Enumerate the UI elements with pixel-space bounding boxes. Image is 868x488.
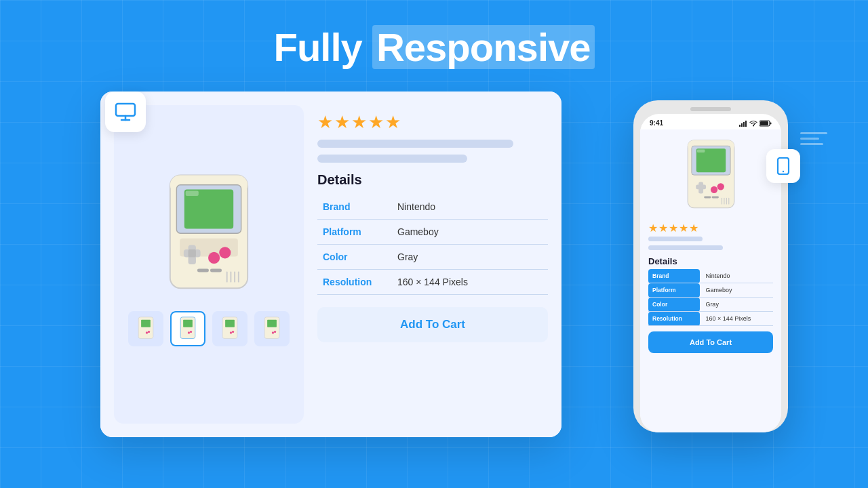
thumb-3[interactable] <box>212 311 248 346</box>
label-color: Color <box>317 245 392 270</box>
phone-value-color: Gray <box>700 298 773 312</box>
battery-icon <box>760 120 772 127</box>
thumbnail-row <box>128 311 290 346</box>
svg-rect-14 <box>197 269 209 272</box>
svg-rect-15 <box>210 269 222 272</box>
details-table: Brand Nintendo Platform Gameboy Color Gr… <box>317 195 548 295</box>
deco-line-3 <box>800 143 823 145</box>
page-title: Fully Responsive <box>0 0 868 70</box>
svg-rect-33 <box>267 320 277 327</box>
smartphone-icon <box>774 157 792 175</box>
svg-rect-53 <box>704 197 711 199</box>
svg-rect-25 <box>183 320 193 327</box>
label-brand: Brand <box>317 195 392 220</box>
table-row: Brand Nintendo <box>648 269 773 283</box>
add-to-cart-button-desktop[interactable]: Add To Cart <box>317 307 548 342</box>
phone-content: ★★★★★ Details Brand Nintendo Platform Ga… <box>640 129 781 432</box>
value-resolution: 160 × 144 Pixels <box>392 270 548 295</box>
svg-point-52 <box>710 186 717 193</box>
label-resolution: Resolution <box>317 270 392 295</box>
svg-rect-37 <box>741 123 743 127</box>
desktop-content: ★★★★★ Details Brand Nintendo Platform Ga… <box>100 92 561 437</box>
svg-point-12 <box>219 247 231 258</box>
phone-skeleton-1 <box>648 237 703 241</box>
svg-rect-7 <box>186 190 199 196</box>
svg-rect-21 <box>141 320 151 327</box>
phone-icon-badge <box>766 149 800 183</box>
value-platform: Gameboy <box>392 220 548 245</box>
svg-point-27 <box>188 331 190 333</box>
thumb-1[interactable] <box>128 311 163 346</box>
value-color: Gray <box>392 245 548 270</box>
svg-point-51 <box>717 183 724 190</box>
table-row: Platform Gameboy <box>648 283 773 298</box>
phone-label-brand: Brand <box>648 269 700 283</box>
phone-value-platform: Gameboy <box>700 283 773 298</box>
svg-point-31 <box>230 331 232 333</box>
svg-rect-48 <box>696 149 704 152</box>
svg-point-22 <box>148 331 150 333</box>
phone-label-resolution: Resolution <box>648 312 700 326</box>
phone-screen: 9:41 <box>640 114 781 432</box>
product-details-panel: ★★★★★ Details Brand Nintendo Platform Ga… <box>317 105 548 424</box>
monitor-icon <box>115 101 136 123</box>
title-highlight: Responsive <box>372 25 595 69</box>
svg-rect-42 <box>760 121 768 125</box>
svg-point-40 <box>753 125 754 126</box>
thumb-4[interactable] <box>254 311 290 346</box>
product-image-panel <box>114 105 304 424</box>
svg-rect-0 <box>116 104 135 116</box>
svg-point-34 <box>274 331 276 333</box>
signal-icon <box>739 120 747 127</box>
phone-status-bar: 9:41 <box>640 114 781 129</box>
wifi-icon <box>749 120 757 127</box>
add-to-cart-button-phone[interactable]: Add To Cart <box>648 331 773 353</box>
svg-rect-43 <box>770 122 772 124</box>
label-platform: Platform <box>317 220 392 245</box>
svg-rect-54 <box>711 197 718 199</box>
phone-label-color: Color <box>648 298 700 312</box>
skeleton-title <box>317 140 513 148</box>
desktop-mockup: ★★★★★ Details Brand Nintendo Platform Ga… <box>100 92 561 437</box>
phone-notch <box>690 107 731 111</box>
phone-label-platform: Platform <box>648 283 700 298</box>
thumb-2[interactable] <box>170 311 205 346</box>
phone-details-table: Brand Nintendo Platform Gameboy Color Gr… <box>648 269 773 326</box>
table-row: Color Gray <box>317 245 548 270</box>
svg-rect-38 <box>743 122 745 127</box>
svg-point-60 <box>783 171 784 172</box>
svg-rect-50 <box>696 184 706 189</box>
svg-point-35 <box>272 331 274 333</box>
table-row: Resolution 160 × 144 Pixels <box>317 270 548 295</box>
rating-stars: ★★★★★ <box>317 112 548 133</box>
svg-rect-29 <box>225 320 235 327</box>
svg-rect-36 <box>739 125 741 127</box>
phone-mockup: 9:41 <box>633 100 788 432</box>
deco-line-1 <box>800 132 827 134</box>
phone-status-icons <box>739 120 772 127</box>
phone-rating-stars: ★★★★★ <box>648 222 699 235</box>
gameboy-image-phone <box>679 136 743 218</box>
desktop-icon-badge <box>105 92 146 132</box>
svg-point-13 <box>208 252 220 264</box>
decorative-lines <box>800 132 827 145</box>
phone-time: 9:41 <box>650 119 663 127</box>
table-row: Brand Nintendo <box>317 195 548 220</box>
table-row: Color Gray <box>648 298 773 312</box>
svg-point-23 <box>146 331 148 333</box>
table-row: Platform Gameboy <box>317 220 548 245</box>
phone-details-heading: Details <box>648 256 677 266</box>
svg-point-26 <box>190 331 192 333</box>
svg-rect-39 <box>745 121 747 127</box>
deco-line-2 <box>800 138 819 140</box>
details-heading: Details <box>317 172 548 188</box>
phone-skeleton-2 <box>648 245 723 250</box>
gameboy-image-desktop <box>155 169 263 304</box>
svg-rect-11 <box>189 249 196 257</box>
phone-value-brand: Nintendo <box>700 269 773 283</box>
value-brand: Nintendo <box>392 195 548 220</box>
table-row: Resolution 160 × 144 Pixels <box>648 312 773 326</box>
svg-point-30 <box>232 331 234 333</box>
skeleton-subtitle <box>317 155 467 163</box>
phone-value-resolution: 160 × 144 Pixels <box>700 312 773 326</box>
